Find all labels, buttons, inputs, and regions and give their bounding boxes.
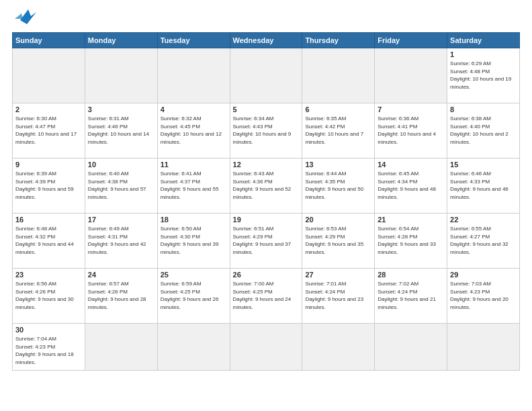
day-number: 2 xyxy=(15,105,82,113)
calendar-day-cell xyxy=(302,324,375,371)
day-info: Sunrise: 6:53 AMSunset: 4:29 PMDaylight:… xyxy=(305,225,371,256)
day-info: Sunrise: 6:38 AMSunset: 4:40 PMDaylight:… xyxy=(450,115,517,146)
calendar-week-row: 1Sunrise: 6:29 AMSunset: 4:48 PMDaylight… xyxy=(13,48,520,103)
calendar-day-cell: 9Sunrise: 6:39 AMSunset: 4:39 PMDaylight… xyxy=(13,158,85,214)
day-info: Sunrise: 6:36 AMSunset: 4:41 PMDaylight:… xyxy=(378,115,444,146)
day-number: 13 xyxy=(305,161,371,169)
day-info: Sunrise: 6:46 AMSunset: 4:33 PMDaylight:… xyxy=(450,170,517,201)
calendar-day-cell: 23Sunrise: 6:56 AMSunset: 4:26 PMDayligh… xyxy=(13,269,85,324)
day-info: Sunrise: 6:50 AMSunset: 4:30 PMDaylight:… xyxy=(161,225,227,256)
day-number: 10 xyxy=(88,161,154,169)
day-number: 27 xyxy=(305,271,371,279)
day-info: Sunrise: 6:39 AMSunset: 4:39 PMDaylight:… xyxy=(15,170,82,201)
calendar-day-cell xyxy=(375,324,447,371)
calendar-day-cell: 4Sunrise: 6:32 AMSunset: 4:45 PMDaylight… xyxy=(157,103,230,158)
calendar-day-cell: 19Sunrise: 6:51 AMSunset: 4:29 PMDayligh… xyxy=(230,214,302,269)
calendar-day-cell: 13Sunrise: 6:44 AMSunset: 4:35 PMDayligh… xyxy=(302,158,375,214)
day-info: Sunrise: 6:44 AMSunset: 4:35 PMDaylight:… xyxy=(305,170,371,201)
day-number: 15 xyxy=(450,161,517,169)
day-info: Sunrise: 6:45 AMSunset: 4:34 PMDaylight:… xyxy=(378,170,444,201)
weekday-header-thursday: Thursday xyxy=(302,33,375,48)
calendar-day-cell: 1Sunrise: 6:29 AMSunset: 4:48 PMDaylight… xyxy=(447,48,520,103)
calendar-day-cell: 17Sunrise: 6:49 AMSunset: 4:31 PMDayligh… xyxy=(85,214,157,269)
calendar-day-cell xyxy=(157,324,230,371)
day-info: Sunrise: 6:41 AMSunset: 4:37 PMDaylight:… xyxy=(161,170,227,201)
day-info: Sunrise: 6:59 AMSunset: 4:25 PMDaylight:… xyxy=(161,280,227,311)
day-info: Sunrise: 7:04 AMSunset: 4:23 PMDaylight:… xyxy=(15,335,82,366)
calendar-day-cell: 5Sunrise: 6:34 AMSunset: 4:43 PMDaylight… xyxy=(230,103,302,158)
day-number: 17 xyxy=(88,216,154,224)
day-number: 12 xyxy=(233,161,300,169)
day-info: Sunrise: 6:32 AMSunset: 4:45 PMDaylight:… xyxy=(161,115,227,146)
day-number: 21 xyxy=(378,216,444,224)
calendar-day-cell xyxy=(85,324,157,371)
day-number: 16 xyxy=(15,216,82,224)
day-number: 23 xyxy=(15,271,82,279)
calendar-day-cell: 11Sunrise: 6:41 AMSunset: 4:37 PMDayligh… xyxy=(157,158,230,214)
page: SundayMondayTuesdayWednesdayThursdayFrid… xyxy=(0,0,532,411)
calendar-week-row: 2Sunrise: 6:30 AMSunset: 4:47 PMDaylight… xyxy=(13,103,520,158)
day-info: Sunrise: 6:35 AMSunset: 4:42 PMDaylight:… xyxy=(305,115,371,146)
weekday-header-row: SundayMondayTuesdayWednesdayThursdayFrid… xyxy=(13,33,520,48)
calendar-day-cell: 6Sunrise: 6:35 AMSunset: 4:42 PMDaylight… xyxy=(302,103,375,158)
calendar-day-cell: 24Sunrise: 6:57 AMSunset: 4:26 PMDayligh… xyxy=(85,269,157,324)
day-info: Sunrise: 6:54 AMSunset: 4:28 PMDaylight:… xyxy=(378,225,444,256)
day-info: Sunrise: 6:43 AMSunset: 4:36 PMDaylight:… xyxy=(233,170,300,201)
day-info: Sunrise: 6:40 AMSunset: 4:38 PMDaylight:… xyxy=(88,170,154,201)
day-info: Sunrise: 6:34 AMSunset: 4:43 PMDaylight:… xyxy=(233,115,300,146)
day-number: 29 xyxy=(450,271,517,279)
calendar-week-row: 30Sunrise: 7:04 AMSunset: 4:23 PMDayligh… xyxy=(13,324,520,371)
svg-marker-0 xyxy=(20,9,36,24)
calendar-day-cell xyxy=(230,324,302,371)
day-number: 28 xyxy=(378,271,444,279)
day-number: 25 xyxy=(161,271,227,279)
calendar-day-cell xyxy=(302,48,375,103)
calendar-day-cell xyxy=(230,48,302,103)
day-number: 24 xyxy=(88,271,154,279)
weekday-header-tuesday: Tuesday xyxy=(157,33,230,48)
calendar-day-cell: 18Sunrise: 6:50 AMSunset: 4:30 PMDayligh… xyxy=(157,214,230,269)
day-number: 14 xyxy=(378,161,444,169)
day-info: Sunrise: 6:55 AMSunset: 4:27 PMDaylight:… xyxy=(450,225,517,256)
day-number: 5 xyxy=(233,105,300,113)
calendar-week-row: 23Sunrise: 6:56 AMSunset: 4:26 PMDayligh… xyxy=(13,269,520,324)
calendar-day-cell: 29Sunrise: 7:03 AMSunset: 4:23 PMDayligh… xyxy=(447,269,520,324)
calendar-day-cell: 12Sunrise: 6:43 AMSunset: 4:36 PMDayligh… xyxy=(230,158,302,214)
calendar-day-cell: 14Sunrise: 6:45 AMSunset: 4:34 PMDayligh… xyxy=(375,158,447,214)
logo-bird-icon xyxy=(15,7,36,26)
day-info: Sunrise: 6:48 AMSunset: 4:32 PMDaylight:… xyxy=(15,225,82,256)
weekday-header-saturday: Saturday xyxy=(447,33,520,48)
day-info: Sunrise: 6:51 AMSunset: 4:29 PMDaylight:… xyxy=(233,225,300,256)
weekday-header-monday: Monday xyxy=(85,33,157,48)
day-number: 22 xyxy=(450,216,517,224)
calendar-day-cell: 25Sunrise: 6:59 AMSunset: 4:25 PMDayligh… xyxy=(157,269,230,324)
calendar-day-cell: 21Sunrise: 6:54 AMSunset: 4:28 PMDayligh… xyxy=(375,214,447,269)
day-info: Sunrise: 6:29 AMSunset: 4:48 PMDaylight:… xyxy=(450,60,517,91)
day-number: 20 xyxy=(305,216,371,224)
day-number: 30 xyxy=(15,326,82,334)
calendar-day-cell: 15Sunrise: 6:46 AMSunset: 4:33 PMDayligh… xyxy=(447,158,520,214)
calendar-day-cell xyxy=(447,324,520,371)
day-number: 18 xyxy=(161,216,227,224)
calendar-day-cell xyxy=(375,48,447,103)
day-info: Sunrise: 6:49 AMSunset: 4:31 PMDaylight:… xyxy=(88,225,154,256)
day-number: 3 xyxy=(88,105,154,113)
weekday-header-wednesday: Wednesday xyxy=(230,33,302,48)
calendar-day-cell: 16Sunrise: 6:48 AMSunset: 4:32 PMDayligh… xyxy=(13,214,85,269)
weekday-header-sunday: Sunday xyxy=(13,33,85,48)
day-number: 26 xyxy=(233,271,300,279)
calendar-day-cell: 10Sunrise: 6:40 AMSunset: 4:38 PMDayligh… xyxy=(85,158,157,214)
calendar-week-row: 16Sunrise: 6:48 AMSunset: 4:32 PMDayligh… xyxy=(13,214,520,269)
calendar-day-cell: 26Sunrise: 7:00 AMSunset: 4:25 PMDayligh… xyxy=(230,269,302,324)
calendar-day-cell xyxy=(85,48,157,103)
calendar-day-cell: 7Sunrise: 6:36 AMSunset: 4:41 PMDaylight… xyxy=(375,103,447,158)
calendar-day-cell: 27Sunrise: 7:01 AMSunset: 4:24 PMDayligh… xyxy=(302,269,375,324)
calendar-table: SundayMondayTuesdayWednesdayThursdayFrid… xyxy=(12,32,520,371)
day-info: Sunrise: 6:30 AMSunset: 4:47 PMDaylight:… xyxy=(15,115,82,146)
day-number: 8 xyxy=(450,105,517,113)
calendar-day-cell: 3Sunrise: 6:31 AMSunset: 4:46 PMDaylight… xyxy=(85,103,157,158)
calendar-day-cell: 8Sunrise: 6:38 AMSunset: 4:40 PMDaylight… xyxy=(447,103,520,158)
day-number: 1 xyxy=(450,50,517,58)
day-info: Sunrise: 6:56 AMSunset: 4:26 PMDaylight:… xyxy=(15,280,82,311)
logo xyxy=(12,12,36,26)
